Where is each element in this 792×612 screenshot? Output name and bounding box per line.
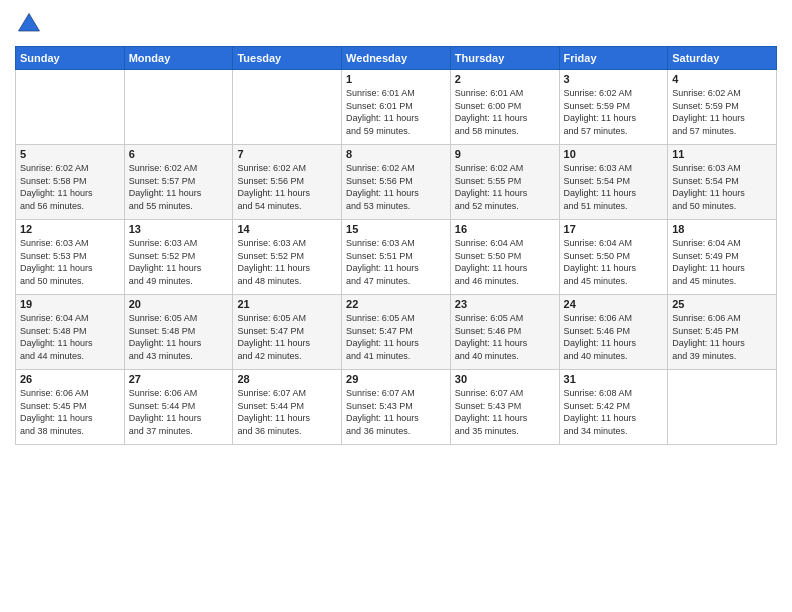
day-info: Sunrise: 6:05 AM Sunset: 5:48 PM Dayligh…	[129, 312, 229, 362]
day-number: 31	[564, 373, 664, 385]
calendar-cell: 26Sunrise: 6:06 AM Sunset: 5:45 PM Dayli…	[16, 370, 125, 445]
calendar-cell: 15Sunrise: 6:03 AM Sunset: 5:51 PM Dayli…	[342, 220, 451, 295]
calendar-cell: 30Sunrise: 6:07 AM Sunset: 5:43 PM Dayli…	[450, 370, 559, 445]
calendar-cell: 9Sunrise: 6:02 AM Sunset: 5:55 PM Daylig…	[450, 145, 559, 220]
day-info: Sunrise: 6:03 AM Sunset: 5:54 PM Dayligh…	[564, 162, 664, 212]
calendar-cell: 14Sunrise: 6:03 AM Sunset: 5:52 PM Dayli…	[233, 220, 342, 295]
calendar-cell: 27Sunrise: 6:06 AM Sunset: 5:44 PM Dayli…	[124, 370, 233, 445]
calendar-cell: 2Sunrise: 6:01 AM Sunset: 6:00 PM Daylig…	[450, 70, 559, 145]
day-info: Sunrise: 6:05 AM Sunset: 5:47 PM Dayligh…	[237, 312, 337, 362]
calendar-cell: 18Sunrise: 6:04 AM Sunset: 5:49 PM Dayli…	[668, 220, 777, 295]
day-number: 8	[346, 148, 446, 160]
day-info: Sunrise: 6:01 AM Sunset: 6:01 PM Dayligh…	[346, 87, 446, 137]
weekday-header-saturday: Saturday	[668, 47, 777, 70]
weekday-header-thursday: Thursday	[450, 47, 559, 70]
day-info: Sunrise: 6:07 AM Sunset: 5:43 PM Dayligh…	[346, 387, 446, 437]
day-info: Sunrise: 6:07 AM Sunset: 5:44 PM Dayligh…	[237, 387, 337, 437]
logo-icon	[15, 10, 43, 38]
calendar-cell	[668, 370, 777, 445]
day-number: 17	[564, 223, 664, 235]
day-info: Sunrise: 6:04 AM Sunset: 5:48 PM Dayligh…	[20, 312, 120, 362]
day-number: 12	[20, 223, 120, 235]
weekday-header-wednesday: Wednesday	[342, 47, 451, 70]
calendar-cell: 29Sunrise: 6:07 AM Sunset: 5:43 PM Dayli…	[342, 370, 451, 445]
day-info: Sunrise: 6:03 AM Sunset: 5:54 PM Dayligh…	[672, 162, 772, 212]
day-number: 22	[346, 298, 446, 310]
calendar-cell: 21Sunrise: 6:05 AM Sunset: 5:47 PM Dayli…	[233, 295, 342, 370]
day-number: 6	[129, 148, 229, 160]
calendar-cell: 8Sunrise: 6:02 AM Sunset: 5:56 PM Daylig…	[342, 145, 451, 220]
day-number: 27	[129, 373, 229, 385]
day-number: 16	[455, 223, 555, 235]
day-info: Sunrise: 6:03 AM Sunset: 5:51 PM Dayligh…	[346, 237, 446, 287]
day-info: Sunrise: 6:06 AM Sunset: 5:45 PM Dayligh…	[672, 312, 772, 362]
day-info: Sunrise: 6:06 AM Sunset: 5:46 PM Dayligh…	[564, 312, 664, 362]
day-info: Sunrise: 6:06 AM Sunset: 5:45 PM Dayligh…	[20, 387, 120, 437]
day-info: Sunrise: 6:02 AM Sunset: 5:58 PM Dayligh…	[20, 162, 120, 212]
calendar-cell: 12Sunrise: 6:03 AM Sunset: 5:53 PM Dayli…	[16, 220, 125, 295]
calendar-cell: 24Sunrise: 6:06 AM Sunset: 5:46 PM Dayli…	[559, 295, 668, 370]
calendar-cell: 19Sunrise: 6:04 AM Sunset: 5:48 PM Dayli…	[16, 295, 125, 370]
calendar-cell: 7Sunrise: 6:02 AM Sunset: 5:56 PM Daylig…	[233, 145, 342, 220]
week-row-2: 5Sunrise: 6:02 AM Sunset: 5:58 PM Daylig…	[16, 145, 777, 220]
calendar-cell: 6Sunrise: 6:02 AM Sunset: 5:57 PM Daylig…	[124, 145, 233, 220]
day-number: 26	[20, 373, 120, 385]
day-number: 13	[129, 223, 229, 235]
calendar-cell: 25Sunrise: 6:06 AM Sunset: 5:45 PM Dayli…	[668, 295, 777, 370]
weekday-header-row: SundayMondayTuesdayWednesdayThursdayFrid…	[16, 47, 777, 70]
day-info: Sunrise: 6:06 AM Sunset: 5:44 PM Dayligh…	[129, 387, 229, 437]
day-info: Sunrise: 6:02 AM Sunset: 5:59 PM Dayligh…	[564, 87, 664, 137]
day-info: Sunrise: 6:04 AM Sunset: 5:50 PM Dayligh…	[564, 237, 664, 287]
week-row-3: 12Sunrise: 6:03 AM Sunset: 5:53 PM Dayli…	[16, 220, 777, 295]
week-row-5: 26Sunrise: 6:06 AM Sunset: 5:45 PM Dayli…	[16, 370, 777, 445]
week-row-4: 19Sunrise: 6:04 AM Sunset: 5:48 PM Dayli…	[16, 295, 777, 370]
day-info: Sunrise: 6:04 AM Sunset: 5:49 PM Dayligh…	[672, 237, 772, 287]
calendar-cell: 16Sunrise: 6:04 AM Sunset: 5:50 PM Dayli…	[450, 220, 559, 295]
day-info: Sunrise: 6:03 AM Sunset: 5:52 PM Dayligh…	[129, 237, 229, 287]
day-number: 4	[672, 73, 772, 85]
calendar: SundayMondayTuesdayWednesdayThursdayFrid…	[15, 46, 777, 445]
weekday-header-monday: Monday	[124, 47, 233, 70]
calendar-cell: 1Sunrise: 6:01 AM Sunset: 6:01 PM Daylig…	[342, 70, 451, 145]
day-info: Sunrise: 6:05 AM Sunset: 5:47 PM Dayligh…	[346, 312, 446, 362]
day-number: 28	[237, 373, 337, 385]
day-info: Sunrise: 6:02 AM Sunset: 5:57 PM Dayligh…	[129, 162, 229, 212]
day-number: 5	[20, 148, 120, 160]
calendar-cell: 28Sunrise: 6:07 AM Sunset: 5:44 PM Dayli…	[233, 370, 342, 445]
day-number: 30	[455, 373, 555, 385]
day-number: 23	[455, 298, 555, 310]
day-info: Sunrise: 6:03 AM Sunset: 5:52 PM Dayligh…	[237, 237, 337, 287]
week-row-1: 1Sunrise: 6:01 AM Sunset: 6:01 PM Daylig…	[16, 70, 777, 145]
calendar-cell: 11Sunrise: 6:03 AM Sunset: 5:54 PM Dayli…	[668, 145, 777, 220]
day-info: Sunrise: 6:02 AM Sunset: 5:59 PM Dayligh…	[672, 87, 772, 137]
day-number: 21	[237, 298, 337, 310]
day-number: 11	[672, 148, 772, 160]
page: SundayMondayTuesdayWednesdayThursdayFrid…	[0, 0, 792, 455]
day-number: 29	[346, 373, 446, 385]
calendar-cell: 23Sunrise: 6:05 AM Sunset: 5:46 PM Dayli…	[450, 295, 559, 370]
calendar-cell: 20Sunrise: 6:05 AM Sunset: 5:48 PM Dayli…	[124, 295, 233, 370]
day-number: 7	[237, 148, 337, 160]
day-number: 10	[564, 148, 664, 160]
header	[15, 10, 777, 38]
day-number: 25	[672, 298, 772, 310]
day-info: Sunrise: 6:08 AM Sunset: 5:42 PM Dayligh…	[564, 387, 664, 437]
day-number: 19	[20, 298, 120, 310]
day-info: Sunrise: 6:02 AM Sunset: 5:56 PM Dayligh…	[237, 162, 337, 212]
day-number: 1	[346, 73, 446, 85]
weekday-header-friday: Friday	[559, 47, 668, 70]
calendar-cell	[124, 70, 233, 145]
calendar-cell: 10Sunrise: 6:03 AM Sunset: 5:54 PM Dayli…	[559, 145, 668, 220]
logo	[15, 10, 47, 38]
calendar-cell: 31Sunrise: 6:08 AM Sunset: 5:42 PM Dayli…	[559, 370, 668, 445]
day-info: Sunrise: 6:02 AM Sunset: 5:56 PM Dayligh…	[346, 162, 446, 212]
day-number: 24	[564, 298, 664, 310]
calendar-cell: 13Sunrise: 6:03 AM Sunset: 5:52 PM Dayli…	[124, 220, 233, 295]
calendar-cell: 3Sunrise: 6:02 AM Sunset: 5:59 PM Daylig…	[559, 70, 668, 145]
weekday-header-tuesday: Tuesday	[233, 47, 342, 70]
day-number: 15	[346, 223, 446, 235]
calendar-cell: 5Sunrise: 6:02 AM Sunset: 5:58 PM Daylig…	[16, 145, 125, 220]
day-info: Sunrise: 6:03 AM Sunset: 5:53 PM Dayligh…	[20, 237, 120, 287]
calendar-cell: 4Sunrise: 6:02 AM Sunset: 5:59 PM Daylig…	[668, 70, 777, 145]
day-number: 18	[672, 223, 772, 235]
